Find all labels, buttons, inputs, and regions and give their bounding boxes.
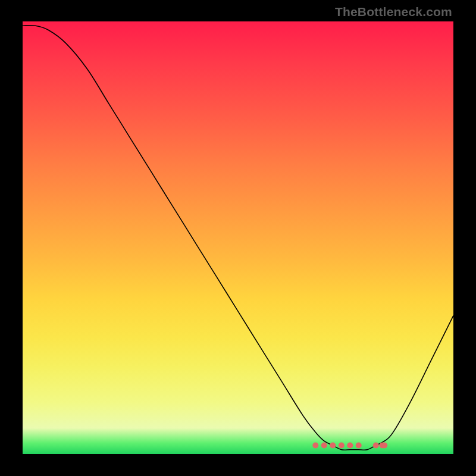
flat-region-dots <box>312 443 387 449</box>
curve-layer <box>23 21 453 454</box>
chart-frame: TheBottleneck.com <box>0 0 476 476</box>
bottleneck-curve <box>23 26 453 450</box>
flat-dot <box>339 443 345 449</box>
plot-area <box>23 21 453 454</box>
flat-dot <box>347 443 353 449</box>
flat-dot <box>312 443 318 449</box>
flat-dot <box>330 443 336 449</box>
flat-dot <box>381 443 387 449</box>
flat-dot <box>373 443 379 449</box>
flat-dot <box>321 443 327 449</box>
flat-dot <box>356 443 362 449</box>
watermark-text: TheBottleneck.com <box>335 5 452 19</box>
